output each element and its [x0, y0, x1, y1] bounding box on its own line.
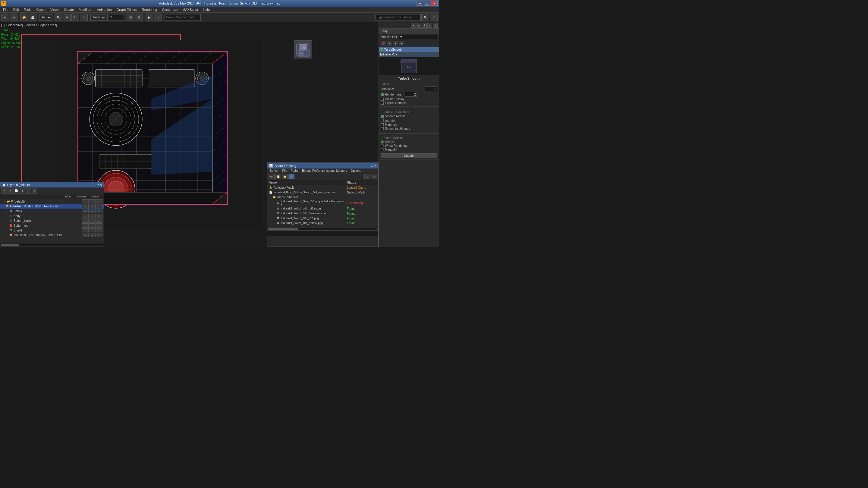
panel-icon-1[interactable]: ■	[411, 23, 416, 28]
layer-hide-body[interactable]: —	[82, 214, 89, 218]
asset-tool-expand[interactable]: ↗	[371, 174, 377, 179]
layer-hide-screw[interactable]: —	[82, 209, 89, 213]
when-rendering-radio[interactable]	[381, 144, 384, 147]
asset-tool-4[interactable]: ≡	[288, 174, 294, 179]
layers-tool-select[interactable]: ◈	[20, 188, 25, 193]
layer-render-screw[interactable]: □	[96, 209, 102, 213]
search-button[interactable]: 🔍	[421, 13, 429, 22]
layer-hide-main[interactable]: —	[82, 204, 89, 208]
layer-row-default[interactable]: ▷ 📁 0 (default) ✓ — — □	[0, 199, 104, 204]
layer-freeze-shield[interactable]: —	[89, 228, 96, 233]
manually-radio[interactable]	[381, 148, 384, 151]
layer-freeze-body[interactable]: —	[89, 214, 96, 218]
modifier-pin[interactable]: 📌	[381, 41, 386, 46]
layer-hide-btnblack[interactable]: —	[82, 218, 89, 223]
asset-menu-bitmap[interactable]: Bitmap Performance and Memory	[300, 169, 349, 173]
always-radio[interactable]	[381, 141, 384, 144]
asset-hscroll[interactable]	[267, 227, 378, 230]
isoline-checkbox[interactable]	[381, 98, 384, 101]
menu-customize[interactable]: Customize	[159, 7, 180, 12]
toolbar-redo[interactable]: ↪	[10, 13, 18, 22]
layer-select[interactable]: All	[39, 14, 52, 21]
toolbar-render[interactable]: ▶	[146, 13, 153, 22]
layers-help[interactable]: ?	[97, 183, 99, 187]
layer-freeze-screw[interactable]: —	[89, 209, 96, 213]
materials-checkbox[interactable]	[381, 123, 384, 126]
menu-maxscript[interactable]: MAXScript	[180, 7, 200, 12]
layer-freeze-btnred[interactable]: —	[89, 223, 96, 227]
menu-rendering[interactable]: Rendering	[140, 7, 160, 12]
explicit-normals-checkbox[interactable]	[381, 101, 384, 104]
iterations-value[interactable]	[425, 87, 437, 91]
modifier-turbosmooth[interactable]: TurboSmooth	[379, 47, 439, 52]
help-button[interactable]: ?	[430, 13, 438, 22]
modifier-delete[interactable]: ✕	[387, 41, 392, 46]
asset-tracking-minimize[interactable]: —	[367, 164, 370, 167]
asset-tool-3[interactable]: 📁	[282, 174, 288, 179]
panel-icon-2[interactable]: ✏	[416, 23, 421, 28]
layer-row-button-black[interactable]: ⬛ Button_black — — □	[0, 218, 104, 223]
layer-render-body[interactable]: □	[96, 214, 102, 218]
layers-tool-delete[interactable]: ✕	[7, 188, 13, 193]
layer-freeze-btnblack[interactable]: —	[89, 218, 96, 223]
asset-tool-1[interactable]: ⟳	[269, 174, 275, 179]
menu-tools[interactable]: Tools	[22, 7, 34, 12]
toolbar-scale[interactable]: ⤡	[80, 13, 88, 22]
toolbar-move[interactable]: ✥	[63, 13, 71, 22]
asset-tracking-maximize[interactable]: □	[371, 164, 373, 167]
asset-row-vault[interactable]: 🔒 Autodesk Vault Logged Out ...	[267, 185, 378, 190]
menu-file[interactable]: File	[1, 7, 11, 12]
layers-tool-add[interactable]: +	[1, 188, 7, 193]
layers-tool-props[interactable]: i	[32, 188, 37, 193]
layer-render-main[interactable]: □	[96, 204, 102, 208]
modifier-move-down[interactable]: ▼	[399, 41, 404, 46]
minimize-button[interactable]: ─	[416, 1, 423, 6]
maximize-button[interactable]: □	[424, 1, 430, 6]
layers-scrollbar[interactable]	[0, 243, 104, 247]
layer-render-ind[interactable]: □	[96, 233, 102, 237]
asset-menu-options[interactable]: Options	[349, 169, 363, 173]
menu-animation[interactable]: Animation	[95, 7, 114, 12]
toolbar-snap[interactable]: ⊡	[127, 13, 134, 22]
layer-row-body[interactable]: ⬛ Body — — □	[0, 213, 104, 218]
layer-row-shield[interactable]: 🛡 Shield — — □	[0, 228, 104, 233]
search-input[interactable]	[375, 14, 421, 21]
modifier-editable-poly[interactable]: Editable Poly	[379, 52, 439, 57]
layer-render-btnred[interactable]: □	[96, 223, 102, 227]
layer-row-industrial[interactable]: 📦 Industrial_Push_Button_Switch_Old — — …	[0, 233, 104, 238]
layers-tool-move[interactable]: →	[26, 188, 31, 193]
panel-icon-4[interactable]: ≡	[427, 23, 432, 28]
layer-row-main-obj[interactable]: 📦 Industrial_Push_Button_Switch_Old ✓ — …	[0, 204, 104, 209]
layers-tool-new[interactable]: 📄	[13, 188, 19, 193]
toolbar-select[interactable]: 🔍	[55, 13, 62, 22]
render-iters-checkbox[interactable]	[381, 93, 384, 96]
layer-row-button-red[interactable]: 🔴 Button_red — — □	[0, 223, 104, 228]
layer-hide-shield[interactable]: —	[82, 228, 89, 233]
asset-tool-help[interactable]: ?	[364, 174, 370, 179]
layer-row-screw[interactable]: ⚙ Screw — — □	[0, 209, 104, 213]
toolbar-undo[interactable]: ↩	[1, 13, 9, 22]
smoothing-groups-checkbox[interactable]	[381, 127, 384, 130]
toolbar-rotate[interactable]: ↻	[71, 13, 79, 22]
asset-row-ior-old[interactable]: 🖼 Industrial_Switch_Old_IOR.png Found	[267, 216, 378, 221]
create-selection-input[interactable]	[164, 14, 201, 21]
layer-hide-btnred[interactable]: —	[82, 223, 89, 227]
asset-row-reflection[interactable]: 🖼 Industrial_Switch_Old_Reflection.png F…	[267, 225, 378, 227]
menu-help[interactable]: Help	[200, 7, 212, 12]
menu-views[interactable]: Views	[48, 7, 61, 12]
render-iters-value[interactable]	[405, 92, 417, 97]
close-button[interactable]: ✕	[431, 1, 438, 6]
layer-render-shield[interactable]: □	[96, 228, 102, 233]
asset-row-maps[interactable]: 📁 Maps / Shaders	[267, 195, 378, 200]
toolbar-snap2[interactable]: ⊞	[135, 13, 143, 22]
asset-row-main-file[interactable]: 📄 Industrial_Push_Button_Switch_Old_max_…	[267, 190, 378, 195]
menu-group[interactable]: Group	[34, 7, 48, 12]
layer-freeze-default[interactable]: —	[89, 199, 96, 204]
nav-cube[interactable]: Top Front R	[294, 40, 312, 59]
asset-tracking-close-icon[interactable]: ✕	[374, 164, 376, 167]
smooth-result-checkbox[interactable]	[381, 115, 384, 118]
asset-row-gloss[interactable]: 🖼 Industrial_Switch_Old_Glossiness.png F…	[267, 211, 378, 216]
asset-menu-file[interactable]: File	[280, 169, 289, 173]
asset-tool-2[interactable]: 📋	[275, 174, 281, 179]
asset-menu-paths[interactable]: Paths	[289, 169, 301, 173]
